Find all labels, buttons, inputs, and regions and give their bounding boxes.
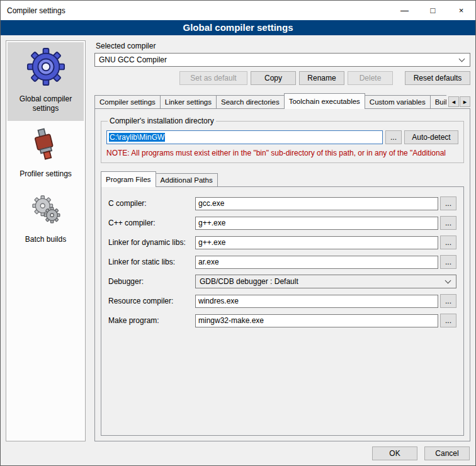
sidebar-item-global-compiler-settings[interactable]: Global compiler settings [8, 42, 84, 121]
tab-toolchain-executables[interactable]: Toolchain executables [284, 93, 365, 109]
cpp-compiler-browse-button[interactable]: ... [440, 216, 456, 230]
tab-scroll-left-button[interactable]: ◄ [448, 96, 459, 107]
compiler-select[interactable]: GNU GCC Compiler [94, 53, 470, 67]
window-controls: — □ × [390, 1, 475, 20]
chevron-down-icon [445, 277, 451, 283]
static-linker-row: Linker for static libs: ar.exe ... [108, 255, 456, 269]
profiler-icon [28, 126, 64, 163]
settings-tabbar: Compiler settings Linker settings Search… [94, 93, 470, 109]
make-program-label: Make program: [108, 316, 195, 325]
banner-title: Global compiler settings [1, 20, 475, 35]
dynamic-linker-value: g++.exe [198, 238, 225, 247]
debugger-label: Debugger: [108, 277, 195, 286]
sidebar-item-profiler-settings[interactable]: Profiler settings [8, 121, 84, 186]
titlebar: Compiler settings — □ × [1, 1, 475, 20]
dialog-body: Global compiler settings Profiler settin… [1, 35, 475, 441]
sidebar-item-label: Profiler settings [20, 169, 72, 179]
cpp-compiler-label: C++ compiler: [108, 219, 195, 227]
subtab-additional-paths[interactable]: Additional Paths [156, 173, 218, 187]
resource-compiler-row: Resource compiler: windres.exe ... [108, 294, 456, 308]
c-compiler-value: gcc.exe [198, 199, 224, 208]
selected-compiler-label: Selected compiler [96, 42, 470, 50]
cpp-compiler-row: C++ compiler: g++.exe ... [108, 216, 456, 230]
tab-custom-variables[interactable]: Custom variables [365, 95, 431, 109]
tab-linker-settings[interactable]: Linker settings [160, 95, 217, 109]
sidebar-item-batch-builds[interactable]: Batch builds [8, 186, 84, 252]
tabstrip: Compiler settings Linker settings Search… [94, 93, 446, 109]
cpp-compiler-input[interactable]: g++.exe [195, 217, 438, 230]
c-compiler-input[interactable]: gcc.exe [195, 197, 438, 210]
dynamic-linker-browse-button[interactable]: ... [440, 236, 456, 249]
installation-directory-group-title: Compiler's installation directory [108, 116, 216, 125]
autodetect-button[interactable]: Auto-detect [404, 130, 458, 144]
sidebar: Global compiler settings Profiler settin… [6, 40, 86, 441]
make-program-browse-button[interactable]: ... [440, 314, 456, 327]
compiler-buttons-row: Set as default Copy Rename Delete Reset … [94, 71, 470, 85]
tab-build-options-truncated[interactable]: Buil [430, 95, 446, 109]
program-files-panel: C compiler: gcc.exe ... C++ compiler: g+… [101, 186, 464, 436]
window-title: Compiler settings [7, 6, 390, 15]
debugger-select-value: GDB/CDB debugger : Default [200, 277, 442, 286]
copy-button[interactable]: Copy [251, 71, 296, 85]
cancel-button[interactable]: Cancel [424, 446, 470, 460]
static-linker-value: ar.exe [198, 258, 219, 266]
c-compiler-label: C compiler: [108, 199, 195, 208]
c-compiler-browse-button[interactable]: ... [440, 196, 456, 210]
compiler-select-value: GNU GCC Compiler [99, 55, 456, 64]
resource-compiler-value: windres.exe [198, 297, 239, 305]
installation-directory-row: C:\raylib\MinGW ... Auto-detect [106, 130, 458, 144]
tab-scroll-controls: ◄ ► [448, 96, 470, 107]
main-panel: Selected compiler GNU GCC Compiler Set a… [92, 40, 470, 441]
tab-compiler-settings[interactable]: Compiler settings [94, 95, 161, 109]
installation-directory-browse-button[interactable]: ... [385, 130, 402, 144]
dialog-footer: OK Cancel [1, 441, 475, 465]
chevron-down-icon [459, 55, 465, 62]
c-compiler-row: C compiler: gcc.exe ... [108, 196, 456, 210]
tab-scroll-right-button[interactable]: ► [460, 96, 470, 107]
batch-builds-icon [28, 191, 64, 229]
resource-compiler-input[interactable]: windres.exe [195, 295, 438, 308]
resource-compiler-label: Resource compiler: [108, 297, 195, 305]
cpp-compiler-value: g++.exe [198, 219, 225, 227]
installation-directory-value: C:\raylib\MinGW [109, 133, 165, 142]
dynamic-linker-input[interactable]: g++.exe [195, 236, 438, 249]
set-as-default-button[interactable]: Set as default [179, 71, 247, 85]
subtab-program-files[interactable]: Program Files [101, 171, 156, 187]
static-linker-label: Linker for static libs: [108, 258, 195, 266]
sidebar-item-label: Global compiler settings [9, 94, 82, 113]
rename-button[interactable]: Rename [299, 71, 344, 85]
make-program-row: Make program: mingw32-make.exe ... [108, 314, 456, 327]
sidebar-item-label: Batch builds [25, 235, 66, 244]
debugger-select[interactable]: GDB/CDB debugger : Default [195, 275, 456, 288]
toolchain-executables-panel: Compiler's installation directory C:\ray… [94, 108, 470, 441]
program-files-tabbar: Program Files Additional Paths [101, 171, 464, 187]
close-button[interactable]: × [447, 1, 475, 20]
resource-compiler-browse-button[interactable]: ... [440, 294, 456, 308]
make-program-input[interactable]: mingw32-make.exe [195, 314, 438, 327]
delete-button[interactable]: Delete [348, 71, 393, 85]
dynamic-linker-label: Linker for dynamic libs: [108, 238, 195, 247]
maximize-button[interactable]: □ [419, 1, 447, 20]
make-program-value: mingw32-make.exe [198, 316, 264, 325]
blue-gear-icon [26, 47, 65, 88]
tab-search-directories[interactable]: Search directories [216, 95, 285, 109]
minimize-button[interactable]: — [390, 1, 419, 20]
static-linker-input[interactable]: ar.exe [195, 256, 438, 269]
debugger-row: Debugger: GDB/CDB debugger : Default [108, 275, 456, 288]
note-text: NOTE: All programs must exist either in … [106, 149, 458, 157]
reset-defaults-button[interactable]: Reset defaults [405, 71, 470, 85]
static-linker-browse-button[interactable]: ... [440, 255, 456, 269]
installation-directory-group: Compiler's installation directory C:\ray… [101, 116, 464, 163]
ok-button[interactable]: OK [372, 446, 417, 460]
installation-directory-input[interactable]: C:\raylib\MinGW [106, 130, 383, 144]
dynamic-linker-row: Linker for dynamic libs: g++.exe ... [108, 236, 456, 249]
